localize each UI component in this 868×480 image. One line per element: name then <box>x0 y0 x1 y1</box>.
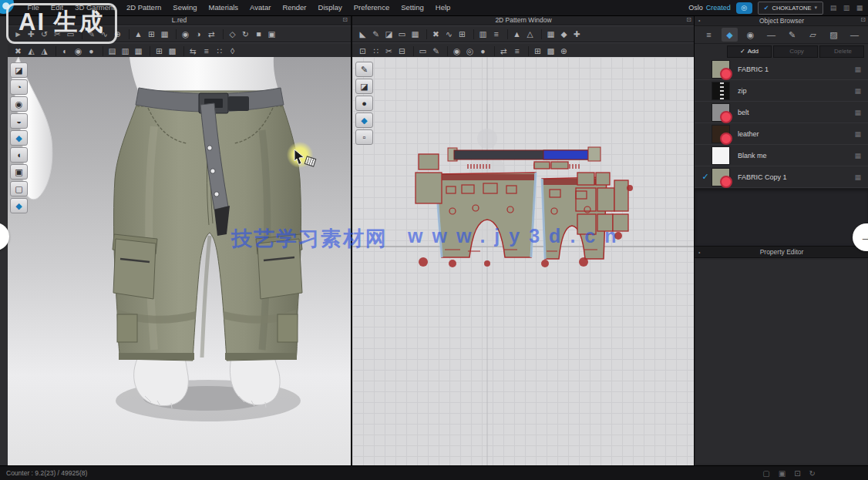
tool-icon[interactable]: ■ <box>252 28 265 40</box>
row-menu-icon[interactable]: ▦ <box>854 173 861 181</box>
tool-icon[interactable]: ▣ <box>265 28 278 40</box>
pattern-pieces[interactable] <box>352 57 695 465</box>
viewport-toggle-icon[interactable]: ● <box>355 96 373 111</box>
viewport-toggle-icon[interactable]: ▢ <box>10 181 28 196</box>
fabric-row[interactable]: ✓ belt ▦ <box>695 102 868 123</box>
row-menu-icon[interactable]: ▦ <box>854 130 861 138</box>
tool-icon[interactable]: ▥ <box>119 45 132 57</box>
browser-tab-icon[interactable]: ◉ <box>742 28 759 42</box>
tool-icon[interactable] <box>180 46 184 56</box>
menu-item[interactable]: Preference <box>348 0 395 15</box>
tool-icon[interactable]: ⊞ <box>456 28 469 40</box>
viewport-toggle-icon[interactable]: ◉ <box>10 96 28 112</box>
tool-icon[interactable]: ▦ <box>132 45 145 57</box>
tool-icon[interactable]: ⊟ <box>395 45 409 57</box>
fabric-swatch[interactable] <box>712 60 730 79</box>
fabric-row[interactable]: ✓ FABRIC 1 ▦ <box>695 59 868 80</box>
tool-icon[interactable]: ▭ <box>395 28 409 40</box>
tool-icon[interactable]: ◉ <box>450 45 463 57</box>
tool-icon[interactable]: ⊡ <box>356 45 369 57</box>
layout-icon[interactable]: ▤ <box>829 4 838 12</box>
tool-icon[interactable] <box>146 46 150 56</box>
tool-icon[interactable]: ◉ <box>72 45 85 57</box>
account-dropdown[interactable]: ✔ CHOKLATONE ▾ <box>758 2 823 15</box>
viewport-toggle-icon[interactable]: ◪ <box>10 62 28 78</box>
layout-icon[interactable]: ▦ <box>855 4 864 12</box>
view-2d-titlebar[interactable]: 2D Pattern Window ⊡ <box>352 15 695 25</box>
viewport-toggle-icon[interactable]: ◪ <box>355 79 373 94</box>
row-menu-icon[interactable]: ▦ <box>854 109 861 116</box>
fabric-row[interactable]: ✓ leather ▦ <box>695 123 868 145</box>
tool-icon[interactable] <box>422 29 427 39</box>
status-icon[interactable]: ⊡ <box>794 469 800 478</box>
fabric-swatch[interactable] <box>712 125 730 143</box>
browser-tab-icon[interactable]: ▱ <box>805 28 821 42</box>
tool-icon[interactable]: ◉ <box>179 28 192 40</box>
tool-icon[interactable]: ▭ <box>416 45 429 57</box>
viewport-toggle-icon[interactable]: ✎ <box>355 62 373 77</box>
viewport-toggle-icon[interactable]: ◖ <box>10 147 28 163</box>
row-menu-icon[interactable]: ▦ <box>854 152 861 159</box>
menu-item[interactable]: Avatar <box>244 0 277 15</box>
tool-icon[interactable]: ◊ <box>226 45 239 57</box>
tool-icon[interactable]: ⊕ <box>557 45 570 57</box>
tool-icon[interactable] <box>537 29 542 39</box>
status-icon[interactable]: ▢ <box>762 469 769 478</box>
tool-icon[interactable]: ◑ <box>192 28 205 40</box>
tool-icon[interactable]: ◎ <box>463 45 476 57</box>
tool-icon[interactable]: ∷ <box>369 45 382 57</box>
tool-icon[interactable]: ⇄ <box>205 28 218 40</box>
tool-icon[interactable]: ▤ <box>106 45 119 57</box>
tool-icon[interactable]: ▥ <box>476 28 490 40</box>
tool-icon[interactable]: ↻ <box>239 28 252 40</box>
fabric-swatch[interactable] <box>712 103 730 122</box>
menu-item[interactable]: Sewing <box>167 0 203 15</box>
tool-icon[interactable] <box>172 29 177 39</box>
status-icon[interactable]: ▣ <box>779 469 786 478</box>
tool-icon[interactable]: ✎ <box>369 28 382 40</box>
tool-icon[interactable]: ⇄ <box>497 45 510 57</box>
tool-icon[interactable]: ≡ <box>510 45 523 57</box>
row-menu-icon[interactable]: ▦ <box>854 87 861 95</box>
tool-icon[interactable]: ▩ <box>544 45 557 57</box>
menu-item[interactable]: Display <box>312 0 348 15</box>
tool-icon[interactable]: ▦ <box>158 28 171 40</box>
tool-icon[interactable]: ∷ <box>213 45 226 57</box>
tool-icon[interactable] <box>443 46 448 56</box>
tool-icon[interactable] <box>409 46 414 56</box>
status-icon[interactable]: ↻ <box>809 469 816 478</box>
menu-item[interactable]: Materials <box>203 0 244 15</box>
tool-icon[interactable]: ▩ <box>166 45 179 57</box>
tool-icon[interactable] <box>469 29 474 39</box>
tool-icon[interactable]: ◆ <box>557 28 570 40</box>
tool-icon[interactable]: ✚ <box>570 28 584 40</box>
undock-icon[interactable]: ⊡ <box>860 16 866 23</box>
browser-tab-icon[interactable]: ◆ <box>722 28 738 42</box>
tool-icon[interactable]: △ <box>523 28 537 40</box>
tool-icon[interactable]: ◇ <box>226 28 239 40</box>
tool-icon[interactable]: ✂ <box>382 45 395 57</box>
viewport-toggle-icon[interactable]: ◔ <box>10 79 28 95</box>
tool-icon[interactable]: ⊞ <box>145 28 158 40</box>
tool-icon[interactable]: ◐ <box>59 45 72 57</box>
tool-icon[interactable]: ▦ <box>544 28 557 40</box>
object-browser-titlebar[interactable]: • Object Browser ⊡ <box>695 15 868 26</box>
tool-icon[interactable] <box>490 46 495 56</box>
tool-icon[interactable]: ✖ <box>12 45 25 57</box>
tool-icon[interactable]: ∿ <box>442 28 456 40</box>
tool-icon[interactable]: ● <box>85 45 98 57</box>
layout-icon[interactable]: ▥ <box>842 4 851 12</box>
browser-tab-icon[interactable]: ✎ <box>784 28 800 42</box>
tool-icon[interactable]: ● <box>476 45 490 57</box>
tool-icon[interactable]: ◮ <box>38 45 51 57</box>
viewport-3d[interactable]: ◪◔◉◒◆◖▣▢◆ <box>8 57 351 465</box>
tool-icon[interactable]: ≡ <box>200 45 213 57</box>
browser-tab-icon[interactable]: ≡ <box>701 28 717 42</box>
tool-icon[interactable]: ⊞ <box>153 45 166 57</box>
menu-item[interactable]: Help <box>429 0 456 15</box>
tool-icon[interactable]: ▲ <box>132 28 145 40</box>
tool-icon[interactable]: ▦ <box>409 28 422 40</box>
tool-icon[interactable] <box>503 29 508 39</box>
fabric-swatch[interactable] <box>712 168 730 186</box>
tool-icon[interactable]: ▲ <box>510 28 523 40</box>
